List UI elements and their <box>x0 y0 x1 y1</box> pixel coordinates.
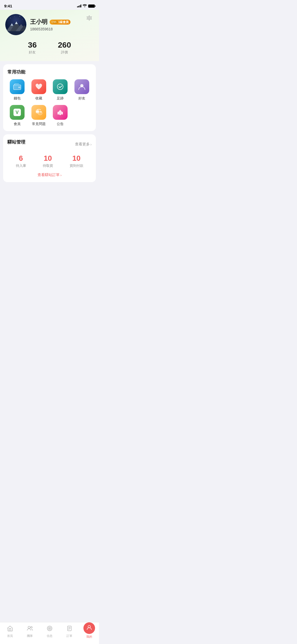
station-header: 驛站管理 查看更多 › <box>7 139 92 149</box>
pending-pickup-stat[interactable]: 10 待取貨 <box>43 154 53 168</box>
svg-point-14 <box>88 17 90 19</box>
svg-point-1 <box>10 18 11 18</box>
faq-icon <box>31 105 46 120</box>
v-badge-display: V <box>13 109 21 116</box>
see-more-chevron-icon: › <box>90 142 92 146</box>
badge-v1-icon: ⬡ V1 <box>50 20 58 24</box>
collect-label: 收藏 <box>35 96 42 101</box>
order-link-chevron-icon: › <box>60 173 62 177</box>
user-name: 王小明 <box>30 18 48 26</box>
footprint-label: 足跡 <box>57 96 64 101</box>
feature-footprint[interactable]: 足跡 <box>51 79 70 101</box>
pending-pickup-count: 10 <box>43 154 53 163</box>
svg-point-5 <box>8 21 8 21</box>
notice-label: 公告 <box>57 122 64 126</box>
svg-rect-13 <box>5 31 26 35</box>
settings-button[interactable] <box>85 14 94 23</box>
battery-icon <box>88 4 95 8</box>
pending-stock-stat[interactable]: 6 待入庫 <box>16 154 26 168</box>
svg-point-23 <box>38 111 42 115</box>
faq-label: 常見問題 <box>32 122 46 126</box>
feature-member[interactable]: V 會員 <box>7 105 27 126</box>
feature-wallet[interactable]: 錢包 <box>7 79 27 101</box>
order-link-text[interactable]: 查看驛站訂單 › <box>37 173 62 177</box>
pending-pickup-label: 待取貨 <box>43 163 53 168</box>
feature-collect[interactable]: 收藏 <box>29 79 49 101</box>
status-time: 9:41 <box>4 4 12 8</box>
footprint-icon <box>53 79 68 94</box>
feature-friends[interactable]: 好友 <box>72 79 92 101</box>
member-badge: ⬡ V1 1級會員 <box>50 20 70 25</box>
wifi-icon <box>83 4 87 8</box>
svg-rect-24 <box>36 111 37 113</box>
features-card: 常用功能 錢包 收藏 <box>3 64 96 131</box>
pending-payment-stat[interactable]: 10 貨到付款 <box>70 154 83 168</box>
svg-point-18 <box>57 84 63 90</box>
status-icons <box>77 4 95 8</box>
svg-point-27 <box>60 114 61 115</box>
station-order-link[interactable]: 查看驛站訂單 › <box>7 172 92 177</box>
friends-stat[interactable]: 36 好友 <box>28 40 37 55</box>
pending-payment-label: 貨到付款 <box>70 163 83 168</box>
see-more-text: 查看更多 <box>75 142 90 147</box>
status-bar: 9:41 <box>0 0 99 10</box>
friends-label-feat: 好友 <box>78 96 85 101</box>
ratings-stat[interactable]: 260 評價 <box>58 40 71 55</box>
ratings-count: 260 <box>58 40 71 49</box>
wallet-label: 錢包 <box>14 96 21 101</box>
profile-header: 王小明 ⬡ V1 1級會員 18665359618 <box>0 10 99 61</box>
svg-point-6 <box>18 19 19 19</box>
friends-label: 好友 <box>28 50 37 55</box>
ratings-label: 評價 <box>58 50 71 55</box>
stats-row: 36 好友 260 評價 <box>5 40 94 55</box>
svg-point-2 <box>14 16 15 17</box>
feature-faq[interactable]: 常見問題 <box>29 105 49 126</box>
notice-icon <box>53 105 68 120</box>
station-section-title: 驛站管理 <box>7 139 25 145</box>
svg-point-17 <box>19 87 20 88</box>
friends-count: 36 <box>28 40 37 49</box>
profile-info: 王小明 ⬡ V1 1級會員 18665359618 <box>30 18 94 31</box>
user-phone: 18665359618 <box>30 27 94 31</box>
svg-rect-25 <box>40 111 41 113</box>
svg-point-3 <box>20 16 20 16</box>
pending-stock-count: 6 <box>16 154 26 163</box>
avatar[interactable] <box>5 14 26 35</box>
feature-notice[interactable]: 公告 <box>51 105 70 126</box>
station-card: 驛站管理 查看更多 › 6 待入庫 10 待取貨 10 貨到付款 查看驛站訂單 <box>3 134 96 182</box>
wallet-icon <box>10 79 25 94</box>
see-more-button[interactable]: 查看更多 › <box>75 142 92 147</box>
features-section-title: 常用功能 <box>7 69 92 75</box>
feature-grid: 錢包 收藏 足跡 <box>7 79 92 126</box>
svg-rect-29 <box>62 112 63 114</box>
order-link-label: 查看驛站訂單 <box>37 173 60 177</box>
svg-rect-28 <box>58 112 58 114</box>
pending-payment-count: 10 <box>70 154 83 163</box>
station-stats: 6 待入庫 10 待取貨 10 貨到付款 <box>7 154 92 168</box>
signal-icon <box>77 4 82 7</box>
collect-icon <box>31 79 46 94</box>
friends-icon <box>74 79 89 94</box>
pending-stock-label: 待入庫 <box>16 163 26 168</box>
member-label: 會員 <box>14 122 21 126</box>
member-level-text: 1級會員 <box>58 20 69 24</box>
svg-point-4 <box>22 19 22 19</box>
member-icon: V <box>10 105 25 120</box>
